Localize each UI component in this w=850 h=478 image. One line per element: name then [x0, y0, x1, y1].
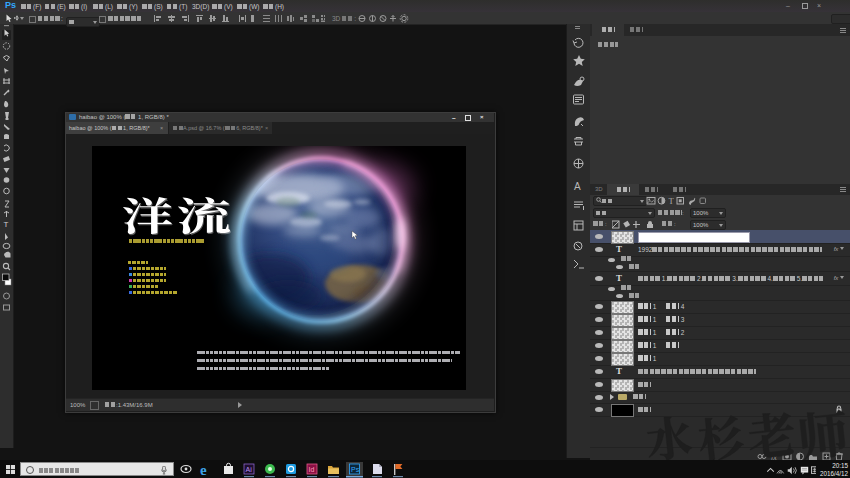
svg-text:e: e [200, 462, 207, 478]
svg-text:Ai: Ai [246, 466, 253, 473]
svg-text:A: A [574, 181, 581, 192]
svg-text:Id: Id [309, 466, 315, 473]
svg-text:Ps: Ps [351, 466, 360, 473]
svg-text:T: T [669, 196, 675, 205]
svg-text:T: T [4, 220, 9, 229]
